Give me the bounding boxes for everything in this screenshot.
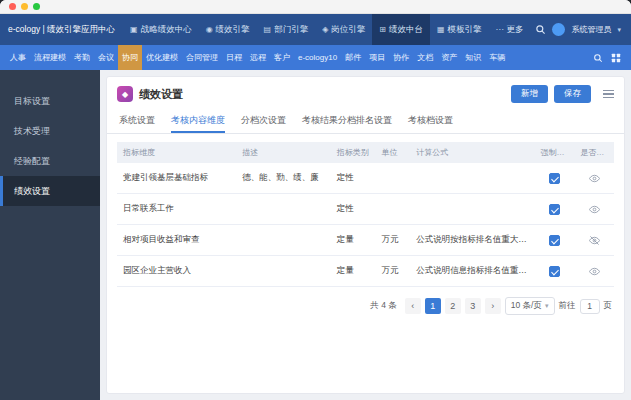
subnav-item-collaboration[interactable]: 协同 [118,45,142,70]
sidebar-item-performance-settings[interactable]: 绩效设置 [0,176,100,206]
subnav-item-hr[interactable]: 人事 [6,45,30,70]
chevron-down-icon: ▾ [545,302,549,310]
list-menu-icon[interactable] [603,90,614,99]
share-visibility-icon[interactable] [589,173,600,184]
topnav-item-more[interactable]: ⋯ 更多 [489,14,531,45]
settings-sidebar: 目标设置 技术受理 经验配置 绩效设置 [0,70,100,400]
zoom-button[interactable] [33,3,40,10]
topnav-item-dept-engine[interactable]: ▤ 部门引擎 [257,14,316,45]
subnav-item-asset[interactable]: 资产 [437,45,461,70]
cell-type: 定性 [331,163,376,194]
subnav-item-label: 协作 [393,52,409,63]
eye-off-icon [589,235,600,246]
col-indicator-type: 指标类别 [331,142,376,163]
table-row[interactable]: 党建引领基层基础指标 德、能、勤、绩、廉 定性 [117,163,614,194]
module-navbar: 人事 流程建模 考勤 会议 协同 优化建模 合同管理 日程 远程 客户 e-co… [0,45,631,70]
tab-assessment-file-settings[interactable]: 考核档设置 [408,109,453,133]
share-visibility-icon[interactable] [589,266,600,277]
tab-assessment-dimension[interactable]: 考核内容维度 [171,109,225,133]
subnav-item-contract[interactable]: 合同管理 [182,45,222,70]
topnav-right-area: 系统管理员 ▾ [535,23,623,36]
subnav-item-mail[interactable]: 邮件 [341,45,365,70]
subnav-item-ecology10[interactable]: e-cology10 [294,45,341,70]
table-row[interactable]: 日常联系工作 定性 [117,194,614,225]
per-page-value: 10 条/页 [511,300,542,312]
subnav-item-remote[interactable]: 远程 [246,45,270,70]
cell-unit: 万元 [375,225,410,256]
topnav-item-post-engine[interactable]: ◈ 岗位引擎 [315,14,372,45]
search-icon[interactable] [535,24,546,35]
next-page-button[interactable]: › [485,298,501,314]
page-title: 绩效设置 [139,87,505,102]
prev-page-button[interactable]: ‹ [405,298,421,314]
sidebar-item-label: 目标设置 [14,96,50,106]
save-button[interactable]: 保存 [554,85,591,103]
share-visibility-icon[interactable] [589,204,600,215]
apps-grid-icon[interactable] [611,53,621,63]
org-icon: ▤ [264,25,272,34]
subnav-item-label: 会议 [98,52,114,63]
page-button-3[interactable]: 3 [465,298,481,314]
cell-formula: 公式说明按指标排名值重大分级 [410,225,534,256]
pagination-total: 共 4 条 [370,300,396,312]
search-icon[interactable] [593,53,603,63]
app-window: e-cology | 绩效引擎应用中心 ▣ 战略绩效中心 ◉ 绩效引擎 ▤ 部门… [0,0,631,400]
topnav-item-label: 岗位引擎 [331,24,365,36]
user-avatar[interactable] [552,23,565,36]
subnav-item-label: 日程 [226,52,242,63]
subnav-item-schedule[interactable]: 日程 [222,45,246,70]
minimize-button[interactable] [21,3,28,10]
subnav-item-teamwork[interactable]: 协作 [389,45,413,70]
subnav-item-label: 资产 [441,52,457,63]
cell-name: 园区企业主营收入 [117,256,236,287]
more-icon: ⋯ [496,25,504,34]
subnav-item-label: 流程建模 [34,52,66,63]
settings-card: ◆ 绩效设置 新增 保存 系统设置 考核内容维度 分档次设置 考核结果分档排名设… [106,76,625,394]
page-button-1[interactable]: 1 [425,298,441,314]
page-button-2[interactable]: 2 [445,298,461,314]
subnav-item-meeting[interactable]: 会议 [94,45,118,70]
enable-checkbox[interactable] [549,235,560,246]
enable-checkbox[interactable] [549,204,560,215]
subnav-item-label: 客户 [274,52,290,63]
table-row[interactable]: 园区企业主营收入 定量 万元 公式说明信息指标排名值重大分级 [117,256,614,287]
template-icon: ▦ [437,25,445,34]
topnav-item-template-engine[interactable]: ▦ 模板引擎 [430,14,489,45]
sidebar-item-goal-settings[interactable]: 目标设置 [0,86,100,116]
chevron-down-icon[interactable]: ▾ [617,26,621,34]
sidebar-item-tech-acceptance[interactable]: 技术受理 [0,116,100,146]
per-page-select[interactable]: 10 条/页▾ [505,297,555,315]
cell-formula [410,163,534,194]
topnav-item-performance-engine[interactable]: ◉ 绩效引擎 [199,14,257,45]
user-name: 系统管理员 [571,24,611,35]
table-header-row: 指标维度 描述 指标类别 单位 计算公式 强制启用 是否共享 [117,142,614,163]
enable-checkbox[interactable] [549,266,560,277]
sidebar-item-experience-config[interactable]: 经验配置 [0,146,100,176]
cell-name: 党建引领基层基础指标 [117,163,236,194]
subnav-item-attendance[interactable]: 考勤 [70,45,94,70]
share-visibility-icon[interactable] [589,235,600,246]
topnav-item-strategy-center[interactable]: ▣ 战略绩效中心 [123,14,199,45]
app-brand: e-cology | 绩效引擎应用中心 [8,24,115,36]
subnav-item-project[interactable]: 项目 [365,45,389,70]
subnav-item-knowledge[interactable]: 知识 [461,45,485,70]
eye-icon [589,266,600,277]
add-button[interactable]: 新增 [511,85,548,103]
col-formula: 计算公式 [410,142,534,163]
tab-result-ranking-settings[interactable]: 考核结果分档排名设置 [302,109,392,133]
subnav-item-vehicle[interactable]: 车辆 [485,45,509,70]
close-button[interactable] [9,3,16,10]
tab-grade-settings[interactable]: 分档次设置 [241,109,286,133]
main-panel: ◆ 绩效设置 新增 保存 系统设置 考核内容维度 分档次设置 考核结果分档排名设… [100,70,631,400]
goto-page-input[interactable]: 1 [580,299,600,314]
tab-system-settings[interactable]: 系统设置 [119,109,155,133]
topnav-item-performance-platform[interactable]: ⊞ 绩效中台 [372,14,430,45]
cell-type: 定量 [331,256,376,287]
subnav-item-optimization[interactable]: 优化建模 [142,45,182,70]
subnav-item-customer[interactable]: 客户 [270,45,294,70]
subnav-item-workflow[interactable]: 流程建模 [30,45,70,70]
diamond-icon: ◆ [117,86,133,102]
subnav-item-document[interactable]: 文档 [413,45,437,70]
table-row[interactable]: 相对项目收益和审查 定量 万元 公式说明按指标排名值重大分级 [117,225,614,256]
enable-checkbox[interactable] [549,173,560,184]
